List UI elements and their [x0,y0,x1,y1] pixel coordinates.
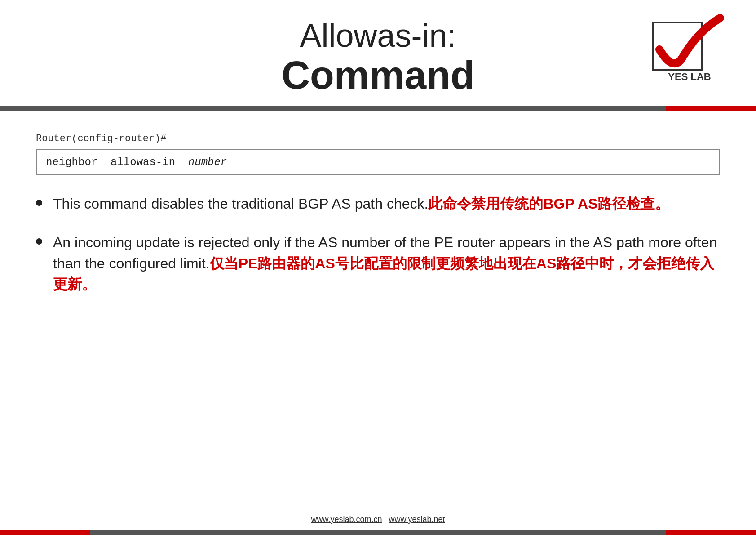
content: Router(config-router)# neighbor allowas-… [0,124,756,322]
footer-bar [0,530,756,535]
router-prompt: Router(config-router)# [36,133,720,144]
footer-link2: www.yeslab.net [389,515,445,524]
svg-text:YES LAB: YES LAB [668,71,711,81]
footer: www.yeslab.com.cn www.yeslab.net [0,509,756,535]
bullet-dot-2 [36,238,42,245]
title-block: Allowas-in: Command [27,18,729,97]
logo: YES LAB [648,13,729,85]
logo-icon: YES LAB [648,13,729,81]
command-arg: number [188,156,227,168]
bullet-item-2: An incoming update is rejected only if t… [36,232,720,294]
command-box: neighbor allowas-in number [36,149,720,175]
bullet-1-text-red: 此命令禁用传统的BGP AS路径检查。 [428,196,669,212]
bullet-text-2: An incoming update is rejected only if t… [53,232,720,294]
title-line2: Command [27,54,729,97]
bullet-list: This command disables the traditional BG… [36,193,720,295]
bullet-text-1: This command disables the traditional BG… [53,193,720,214]
command-prefix: neighbor allowas-in [46,156,188,168]
header-bar [0,106,756,111]
footer-links: www.yeslab.com.cn www.yeslab.net [0,509,756,530]
title-line1: Allowas-in: [27,18,729,54]
bullet-1-text-before: This command disables the traditional BG… [53,196,428,212]
bullet-item-1: This command disables the traditional BG… [36,193,720,214]
footer-link1: www.yeslab.com.cn [311,515,382,524]
bullet-dot-1 [36,200,42,206]
header: Allowas-in: Command YES LAB [0,0,756,106]
